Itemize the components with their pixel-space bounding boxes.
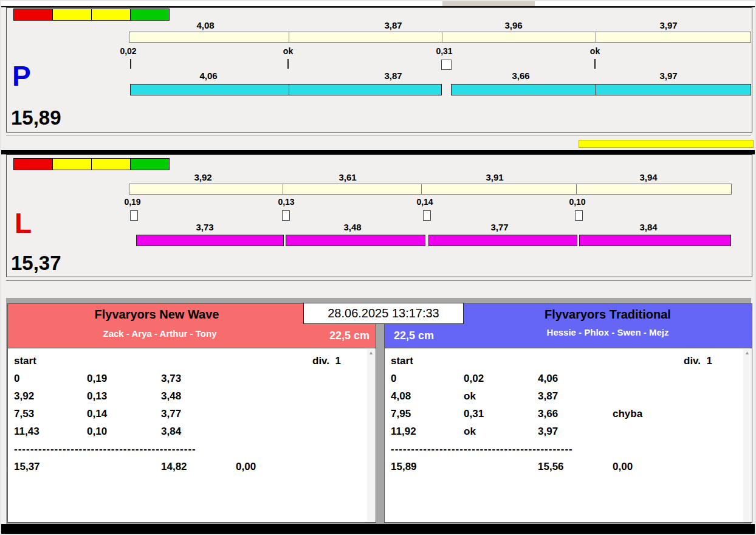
scroll-up-icon[interactable]: ▲ xyxy=(367,350,375,356)
lane-p-ref-value: 4,08 xyxy=(196,20,214,30)
lane-p-run-value: 3,66 xyxy=(512,71,529,81)
datetime-text: 28.06.2025 13:17:33 xyxy=(328,306,439,320)
sum-value: 14,82 xyxy=(161,458,236,475)
error-note: chyba xyxy=(613,405,741,423)
lane-p-reference-bar xyxy=(129,32,751,43)
lane-p-letter: P xyxy=(12,62,31,90)
lane-l-run-bar xyxy=(286,235,425,246)
checkbox[interactable] xyxy=(423,210,431,221)
log-row: 0 0,19 3,73 xyxy=(14,370,365,387)
log-row: 7,95 0,31 3,66 chyba xyxy=(391,405,741,423)
legend-red-swatch xyxy=(14,9,53,20)
lane-p-ref-value: 3,87 xyxy=(384,20,402,30)
team-log-left: start 0 0,19 3,73 3,92 0,13 3,48 7,53 0,… xyxy=(8,348,376,522)
lane-p-run-bar xyxy=(130,84,289,95)
lane-p-status-legend xyxy=(13,9,170,21)
split-time: 7,95 xyxy=(391,405,464,423)
log-row: 11,92 ok 3,97 xyxy=(391,423,741,440)
checkbox[interactable] xyxy=(282,210,290,221)
log-total-row: 15,89 15,56 0,00 xyxy=(391,458,741,475)
division-label: div. 1 xyxy=(684,352,712,370)
log-row: 0 0,02 4,06 xyxy=(391,370,741,387)
note xyxy=(613,387,741,405)
lane-p-diff-label: ok xyxy=(283,46,293,56)
scrollbar[interactable]: ▲ xyxy=(743,349,751,522)
lane-p-panel xyxy=(6,7,752,133)
scrollbar[interactable]: ▲ xyxy=(367,349,375,522)
total-time: 15,89 xyxy=(391,458,464,475)
lane-l-diff-label: 0,10 xyxy=(569,197,585,207)
note xyxy=(236,387,365,405)
diff-value: ok xyxy=(464,423,538,440)
lane-p-run-value: 4,06 xyxy=(199,71,217,81)
divider-line xyxy=(6,280,751,281)
diff-value: 0,14 xyxy=(87,405,161,423)
start-label: start xyxy=(391,352,464,370)
top-cropped-bar xyxy=(1,1,755,7)
lane-p-diff-label: 0,02 xyxy=(120,46,136,56)
lane-p-ref-value: 3,96 xyxy=(504,20,522,30)
bar-divider xyxy=(576,184,577,194)
team-members: Hessie - Phlox - Swen - Mejz xyxy=(464,327,752,337)
legend-green-swatch xyxy=(131,159,169,170)
lane-p-run-value: 3,87 xyxy=(384,71,402,81)
bar-divider xyxy=(442,32,442,42)
lane-l-run-value: 3,73 xyxy=(196,222,213,232)
team-name: Flyvaryors New Wave xyxy=(8,308,306,322)
sum-value: 15,56 xyxy=(538,458,613,475)
lane-l-run-value: 3,77 xyxy=(490,222,508,232)
split-time: 0 xyxy=(14,370,87,387)
split-time: 11,92 xyxy=(391,423,464,440)
note xyxy=(236,370,365,387)
lane-l-ref-value: 3,91 xyxy=(486,172,503,182)
lane-l-status-legend xyxy=(13,158,170,170)
legend-yellow-swatch xyxy=(53,159,92,170)
cut-value: 3,97 xyxy=(538,423,613,440)
log-row: 4,08 ok 3,87 xyxy=(391,387,741,405)
divider-line xyxy=(6,136,751,136)
team-name: Flyvaryors Traditional xyxy=(464,308,752,322)
lane-p-run-bar xyxy=(451,84,596,95)
legend-yellow-swatch xyxy=(92,159,131,170)
datetime-display: 28.06.2025 13:17:33 xyxy=(303,303,464,324)
checkbox[interactable] xyxy=(575,210,583,221)
cut-value: 3,84 xyxy=(161,423,236,440)
note xyxy=(613,370,741,387)
lane-p-run-bar xyxy=(289,84,442,95)
lane-p-run-bar xyxy=(596,84,751,95)
penalty-value: 0,00 xyxy=(236,458,365,475)
scroll-up-icon[interactable]: ▲ xyxy=(743,350,751,356)
lane-p-ref-value: 3,97 xyxy=(659,20,677,30)
legend-yellow-swatch xyxy=(92,9,131,20)
split-time: 0 xyxy=(391,370,464,387)
checkbox[interactable] xyxy=(130,210,138,221)
split-time: 4,08 xyxy=(391,387,464,405)
log-separator: ----------------------------------------… xyxy=(14,440,365,458)
bar-divider xyxy=(283,184,283,194)
note xyxy=(236,405,365,423)
lane-l-run-bar xyxy=(579,235,731,246)
lane-l-diff-label: 0,13 xyxy=(278,197,294,207)
log-size-label: 22,5 cm xyxy=(394,330,434,342)
lane-l-run-bar xyxy=(136,235,284,246)
split-time: 11,43 xyxy=(14,423,87,440)
lane-p-diff-label: 0,31 xyxy=(436,46,452,56)
lane-l-diff-label: 0,19 xyxy=(124,197,140,207)
cut-value: 3,77 xyxy=(161,405,236,423)
log-row: 3,92 0,13 3,48 xyxy=(14,387,365,405)
lane-l-total-time: 15,37 xyxy=(11,253,61,273)
bar-divider xyxy=(596,32,596,42)
diff-value: ok xyxy=(464,387,538,405)
note xyxy=(236,423,365,440)
segment-tick xyxy=(287,59,289,69)
checkbox[interactable] xyxy=(441,60,452,70)
lane-p-diff-label: ok xyxy=(590,46,600,56)
section-divider xyxy=(1,150,755,154)
lane-l-run-bar xyxy=(428,235,577,246)
diff-value: 0,02 xyxy=(464,370,538,387)
top-cropped-element xyxy=(442,1,535,6)
diff-value: 0,10 xyxy=(87,423,161,440)
app-window: 4,08 3,87 3,96 3,97 0,02 ok 0,31 ok 4,06… xyxy=(0,0,756,535)
lane-l-run-value: 3,48 xyxy=(343,222,361,232)
bar-divider xyxy=(421,184,422,194)
